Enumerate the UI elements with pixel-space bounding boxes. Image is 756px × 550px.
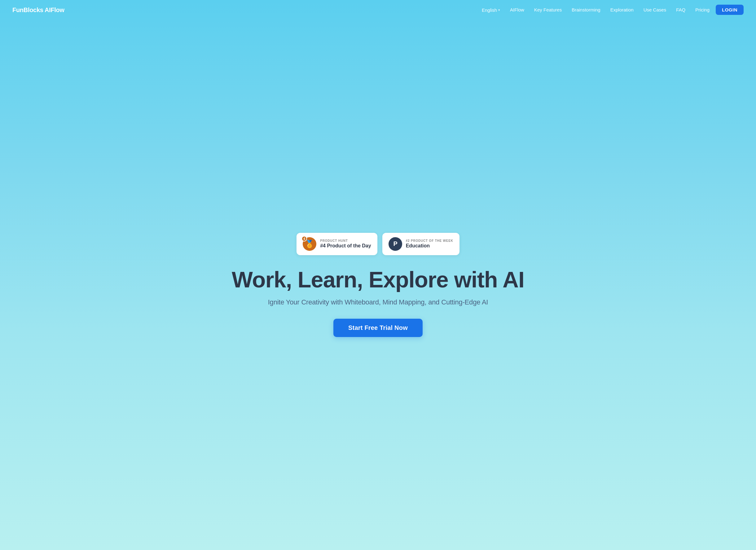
- hero-section: 4 PRODUCT HUNT #4 Product of the Day P #…: [0, 0, 756, 550]
- product-week-badge: P #2 PRODUCT OF THE WEEK Education: [382, 233, 459, 255]
- product-hunt-icon: 4: [303, 237, 316, 251]
- nav-link-faq[interactable]: FAQ: [672, 5, 689, 14]
- badge2-text: #2 PRODUCT OF THE WEEK Education: [406, 239, 453, 248]
- hero-subtitle: Ignite Your Creativity with Whiteboard, …: [268, 298, 488, 306]
- badge1-label: PRODUCT HUNT: [320, 239, 348, 242]
- badge-number: 4: [301, 236, 307, 241]
- nav-link-key-features[interactable]: Key Features: [530, 5, 565, 14]
- badge1-value: #4 Product of the Day: [320, 243, 371, 248]
- badge1-text: PRODUCT HUNT #4 Product of the Day: [320, 239, 371, 248]
- nav-link-pricing[interactable]: Pricing: [692, 5, 713, 14]
- login-button[interactable]: LOGIN: [716, 5, 744, 15]
- chevron-down-icon: ▾: [498, 8, 500, 12]
- navbar: FunBlocks AIFlow English ▾ AIFlow Key Fe…: [0, 0, 756, 20]
- badge2-label: #2 PRODUCT OF THE WEEK: [406, 239, 453, 242]
- nav-link-brainstorming[interactable]: Brainstorming: [568, 5, 604, 14]
- badge2-value: Education: [406, 243, 430, 248]
- nav-link-aiflow[interactable]: AIFlow: [506, 5, 528, 14]
- language-selector[interactable]: English ▾: [478, 6, 504, 15]
- producthunt-p-icon: P: [389, 237, 402, 251]
- badges-row: 4 PRODUCT HUNT #4 Product of the Day P #…: [297, 233, 459, 255]
- hero-title: Work, Learn, Explore with AI: [232, 267, 524, 292]
- language-label: English: [482, 7, 497, 13]
- nav-link-exploration[interactable]: Exploration: [607, 5, 637, 14]
- start-free-trial-button[interactable]: Start Free Trial Now: [333, 319, 423, 337]
- nav-link-use-cases[interactable]: Use Cases: [640, 5, 670, 14]
- brand-logo[interactable]: FunBlocks AIFlow: [12, 7, 64, 14]
- product-hunt-badge: 4 PRODUCT HUNT #4 Product of the Day: [297, 233, 377, 255]
